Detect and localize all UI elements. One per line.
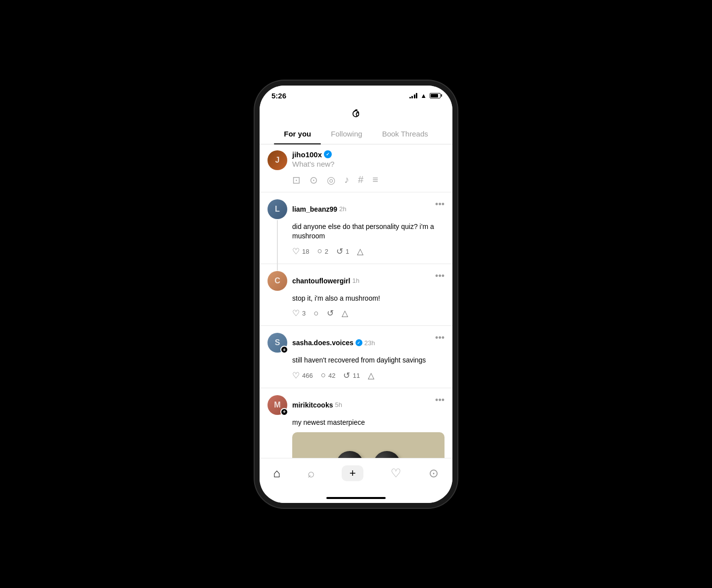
post-time: 23h (364, 339, 375, 347)
share-icon: △ (357, 246, 363, 257)
post-username[interactable]: sasha.does.voices (292, 339, 354, 347)
comment-icon: ○ (317, 246, 322, 256)
compose-avatar: J (267, 150, 287, 170)
post-more-icon[interactable]: ••• (435, 395, 445, 406)
nav-likes[interactable]: ♡ (383, 464, 409, 482)
food-circle-2 (373, 451, 400, 458)
nav-search[interactable]: ⌕ (300, 464, 322, 482)
feed-container: J jiho100x ✓ What's new? ⊡ ⊙ ◎ ♪ # ≡ (260, 144, 452, 458)
nav-home[interactable]: ⌂ (266, 464, 289, 482)
plus-icon: + (350, 467, 356, 480)
comment-icon: ○ (321, 370, 326, 380)
compose-placeholder[interactable]: What's new? (292, 160, 445, 168)
food-circle-1 (336, 451, 363, 458)
repost-icon: ↺ (327, 308, 334, 318)
post-user-info: S + sasha.does.voices ✓ 23h (267, 333, 375, 353)
bottom-nav: ⌂ ⌕ + ♡ ⊙ (260, 458, 452, 493)
plus-badge-icon: + (280, 346, 288, 354)
post-header: C chantouflowergirl 1h ••• (267, 271, 445, 291)
comment-button[interactable]: ○ 42 (321, 370, 336, 380)
repost-icon: ↺ (343, 370, 350, 381)
thread-line (277, 220, 278, 271)
microphone-icon[interactable]: ♪ (344, 174, 349, 185)
post-more-icon[interactable]: ••• (435, 333, 445, 343)
tabs-bar: For you Following Book Threads (260, 124, 452, 144)
reply-avatar: C (267, 271, 287, 291)
heart-icon: ♡ (292, 308, 300, 318)
gif-icon[interactable]: ◎ (327, 174, 335, 186)
threads-logo-icon (348, 106, 364, 122)
gallery-icon[interactable]: ⊡ (292, 174, 301, 186)
post-header: S + sasha.does.voices ✓ 23h ••• (267, 333, 445, 353)
compose-right: jiho100x ✓ What's new? ⊡ ⊙ ◎ ♪ # ≡ (292, 150, 445, 186)
post-actions: ♡ 18 ○ 2 ↺ 1 △ (292, 246, 445, 257)
heart-icon: ♡ (292, 246, 300, 257)
comment-count: 2 (325, 248, 328, 255)
post-more-icon[interactable]: ••• (435, 271, 445, 281)
post-username[interactable]: mirikitcooks (292, 401, 333, 409)
verified-badge-icon: ✓ (356, 339, 362, 346)
hashtag-icon[interactable]: # (358, 174, 363, 185)
more-options-icon[interactable]: ≡ (372, 174, 378, 185)
svg-point-0 (356, 112, 359, 116)
like-button[interactable]: ♡ 3 (292, 308, 306, 318)
post-content: still haven't recovered from daylight sa… (292, 356, 445, 365)
comment-button[interactable]: ○ 2 (317, 246, 328, 256)
person-icon: ⊙ (429, 466, 439, 480)
post-user-info: L liam_beanz99 2h (267, 199, 347, 219)
heart-icon: ♡ (292, 370, 300, 381)
status-icons: ▲ (409, 92, 441, 99)
post-header: M + mirikitcooks 5h ••• (267, 395, 445, 415)
post-meta: chantouflowergirl 1h (292, 277, 359, 285)
signal-icon (409, 92, 418, 98)
like-button[interactable]: ♡ 18 (292, 246, 309, 257)
status-time: 5:26 (271, 91, 286, 100)
post-username[interactable]: liam_beanz99 (292, 205, 337, 213)
nav-create[interactable]: + (334, 463, 371, 483)
status-bar: 5:26 ▲ (260, 86, 452, 102)
share-icon: △ (368, 370, 374, 381)
share-button[interactable]: △ (342, 308, 348, 318)
repost-button[interactable]: ↺ 1 (336, 246, 349, 257)
post-user-info: C chantouflowergirl 1h (267, 271, 359, 291)
post-header: L liam_beanz99 2h ••• (267, 199, 445, 219)
repost-icon: ↺ (336, 246, 343, 257)
post-image (292, 432, 445, 457)
comment-button[interactable]: ○ (313, 309, 318, 318)
share-icon: △ (342, 308, 348, 318)
post-meta: liam_beanz99 2h (292, 205, 347, 213)
tab-following[interactable]: Following (321, 124, 372, 144)
repost-button[interactable]: ↺ 11 (343, 370, 359, 381)
post-avatar: L (267, 199, 287, 219)
post-username[interactable]: chantouflowergirl (292, 277, 350, 285)
share-button[interactable]: △ (368, 370, 374, 381)
post-meta: mirikitcooks 5h (292, 401, 342, 409)
post-time: 1h (352, 277, 359, 284)
battery-icon (430, 93, 441, 98)
create-button[interactable]: + (342, 465, 363, 481)
post-item: S + sasha.does.voices ✓ 23h ••• still ha… (260, 326, 452, 388)
like-button[interactable]: ♡ 466 (292, 370, 313, 381)
camera-icon[interactable]: ⊙ (310, 174, 318, 186)
comment-count: 42 (328, 372, 335, 379)
avatar-plus-wrapper: M + (267, 395, 287, 415)
post-more-icon[interactable]: ••• (435, 199, 445, 210)
like-count: 18 (302, 248, 309, 255)
like-count: 3 (302, 310, 306, 317)
compose-section: J jiho100x ✓ What's new? ⊡ ⊙ ◎ ♪ # ≡ (260, 144, 452, 192)
post-actions: ♡ 3 ○ ↺ △ (292, 308, 445, 318)
app-header (260, 102, 452, 124)
tab-for-you[interactable]: For you (274, 124, 321, 144)
post-content: my newest masterpiece (292, 418, 445, 428)
post-item: M + mirikitcooks 5h ••• my newest master… (260, 388, 452, 458)
wifi-icon: ▲ (420, 92, 427, 99)
repost-button[interactable]: ↺ (327, 308, 334, 318)
tab-book-threads[interactable]: Book Threads (372, 124, 438, 144)
nav-profile[interactable]: ⊙ (421, 464, 446, 482)
reply-item: C chantouflowergirl 1h ••• stop it, i'm … (260, 264, 452, 326)
share-button[interactable]: △ (357, 246, 363, 257)
repost-count: 11 (353, 372, 359, 379)
home-icon: ⌂ (273, 466, 281, 480)
post-content: did anyone else do that personality quiz… (292, 222, 445, 241)
repost-count: 1 (346, 248, 349, 255)
